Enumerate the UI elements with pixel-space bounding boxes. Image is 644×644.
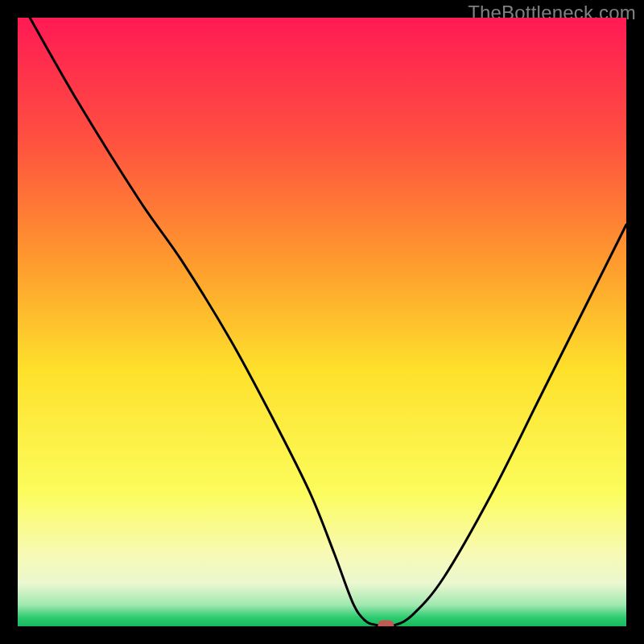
chart-background: [18, 18, 626, 626]
chart-frame: TheBottleneck.com: [0, 0, 644, 644]
chart-plot-area: [18, 18, 626, 626]
chart-svg: [18, 18, 626, 626]
minimum-marker: [378, 620, 394, 626]
